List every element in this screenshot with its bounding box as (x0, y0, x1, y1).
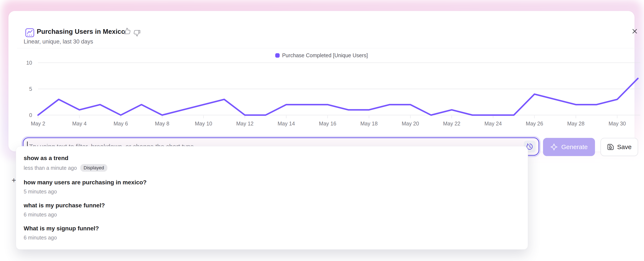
svg-text:May 18: May 18 (360, 121, 378, 126)
history-item-title: What is my signup funnel? (24, 225, 520, 232)
history-item-title: what is my purchase funnel? (24, 202, 520, 209)
svg-text:May 14: May 14 (278, 121, 295, 126)
generate-label: Generate (561, 143, 588, 151)
save-label: Save (617, 143, 632, 151)
chart-card: Purchasing Users in Mexico Linear, uniqu… (8, 11, 634, 151)
thumbs-down-icon[interactable] (133, 28, 141, 37)
status-badge: Displayed (80, 164, 108, 172)
history-item-time: 5 minutes ago (24, 188, 57, 195)
trend-chart: 0510May 2May 4May 6May 8May 10May 12May … (8, 49, 644, 138)
save-floppy-icon (607, 143, 614, 151)
svg-text:May 12: May 12 (236, 121, 254, 126)
svg-text:May 24: May 24 (484, 121, 502, 126)
history-item-meta: 5 minutes ago (24, 188, 520, 195)
sparkle-icon (550, 143, 558, 151)
thumbs-up-icon[interactable] (123, 27, 132, 36)
prompt-history-dropdown: show as a trendless than a minute agoDis… (16, 146, 528, 250)
svg-text:May 10: May 10 (195, 121, 212, 126)
svg-text:May 22: May 22 (443, 121, 460, 126)
history-item-title: show as a trend (24, 155, 520, 162)
header-divider (17, 48, 643, 48)
history-item[interactable]: how many users are purchasing in mexico?… (16, 175, 528, 198)
history-item-title: how many users are purchasing in mexico? (24, 179, 520, 186)
chart-subtitle: Linear, unique, last 30 days (24, 38, 93, 45)
svg-text:5: 5 (29, 86, 32, 92)
close-button[interactable] (630, 27, 639, 36)
svg-text:May 20: May 20 (402, 121, 419, 126)
history-item-meta: 6 minutes ago (24, 211, 520, 218)
svg-text:May 16: May 16 (319, 121, 336, 126)
svg-text:May 4: May 4 (72, 121, 87, 126)
svg-text:May 8: May 8 (155, 121, 169, 126)
svg-text:May 6: May 6 (114, 121, 128, 126)
close-icon (632, 28, 638, 34)
save-button[interactable]: Save (600, 138, 638, 156)
history-item-time: less than a minute ago (24, 165, 77, 171)
svg-text:0: 0 (29, 112, 32, 118)
history-item-meta: less than a minute agoDisplayed (24, 164, 520, 172)
history-item-meta: 6 minutes ago (24, 234, 520, 241)
generate-button[interactable]: Generate (543, 138, 595, 156)
history-item[interactable]: what is my purchase funnel?6 minutes ago (16, 198, 528, 221)
history-item-time: 6 minutes ago (24, 234, 57, 241)
svg-text:May 2: May 2 (31, 121, 45, 126)
svg-text:May 30: May 30 (608, 121, 626, 126)
line-chart-icon (25, 28, 35, 37)
svg-text:May 28: May 28 (567, 121, 584, 126)
svg-text:May 26: May 26 (526, 121, 543, 126)
svg-text:10: 10 (26, 60, 32, 66)
add-icon[interactable]: + (12, 177, 16, 184)
history-item-time: 6 minutes ago (24, 211, 57, 218)
history-item[interactable]: show as a trendless than a minute agoDis… (16, 151, 528, 175)
history-item[interactable]: What is my signup funnel?6 minutes ago (16, 221, 528, 244)
page-title: Purchasing Users in Mexico (37, 28, 125, 35)
